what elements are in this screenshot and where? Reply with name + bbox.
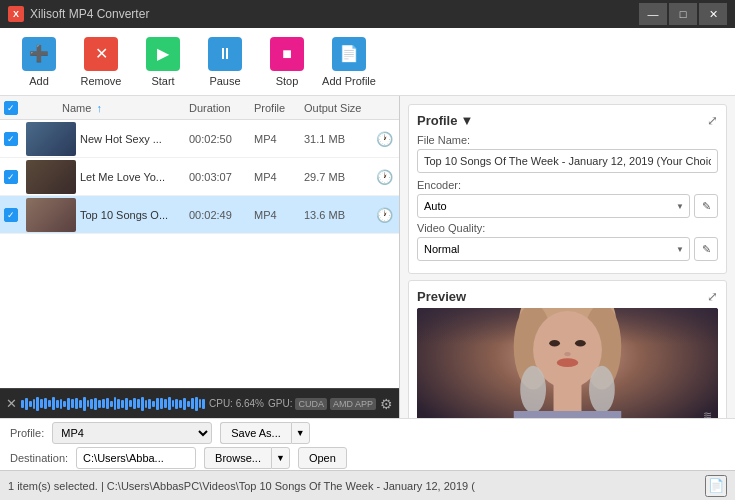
waveform-bar bbox=[48, 400, 51, 407]
waveform-bar bbox=[172, 400, 175, 407]
waveform-bar bbox=[191, 398, 194, 409]
save-as-button[interactable]: Save As... bbox=[220, 422, 291, 444]
encoder-edit-button[interactable]: ✎ bbox=[694, 194, 718, 218]
close-button[interactable]: ✕ bbox=[699, 3, 727, 25]
browse-wrap: Browse... ▼ bbox=[204, 447, 290, 469]
toolbar: ➕ Add ✕ Remove ▶ Start ⏸ Pause ■ Stop 📄 … bbox=[0, 28, 735, 96]
video-quality-label: Video Quality: bbox=[417, 222, 718, 234]
thumbnail-2 bbox=[26, 160, 76, 194]
table-row[interactable]: ✓ New Hot Sexy ... 00:02:50 MP4 31.1 MB … bbox=[0, 120, 399, 158]
preview-video: ≋ ▶ ■ 🔊 00:00:01 / 00:02:49 📷 ⚙ bbox=[417, 308, 718, 418]
profile-1: MP4 bbox=[254, 133, 304, 145]
svg-point-6 bbox=[564, 352, 570, 356]
browse-button[interactable]: Browse... bbox=[204, 447, 271, 469]
window-controls: — □ ✕ bbox=[639, 3, 727, 25]
encoder-dropdown[interactable]: Auto bbox=[417, 194, 690, 218]
svg-point-10 bbox=[589, 366, 615, 413]
output-size-column-header: Output Size bbox=[304, 102, 369, 114]
table-row[interactable]: ✓ Top 10 Songs O... 00:02:49 MP4 13.6 MB… bbox=[0, 196, 399, 234]
file-list: ✓ New Hot Sexy ... 00:02:50 MP4 31.1 MB … bbox=[0, 120, 399, 388]
maximize-button[interactable]: □ bbox=[669, 3, 697, 25]
file-list-header: ✓ Name ↑ Duration Profile Output Size bbox=[0, 96, 399, 120]
waveform-bar bbox=[121, 400, 124, 408]
video-quality-edit-button[interactable]: ✎ bbox=[694, 237, 718, 261]
settings-icon[interactable]: ⚙ bbox=[380, 396, 393, 412]
add-icon: ➕ bbox=[22, 37, 56, 71]
waveform-bar bbox=[199, 399, 202, 408]
profile-dropdown-icon[interactable]: ▼ bbox=[460, 113, 473, 128]
pause-label: Pause bbox=[209, 75, 240, 87]
profile-2: MP4 bbox=[254, 171, 304, 183]
file-name-2: Let Me Love Yo... bbox=[80, 171, 189, 183]
app-icon: X bbox=[8, 6, 24, 22]
row-checkbox-2[interactable]: ✓ bbox=[0, 170, 22, 184]
status-3: 🕐 bbox=[369, 207, 399, 223]
waveform-bar bbox=[110, 401, 113, 407]
waveform-bar bbox=[137, 399, 140, 408]
svg-rect-8 bbox=[554, 384, 582, 411]
preview-expand-icon[interactable]: ⤢ bbox=[707, 289, 718, 304]
table-row[interactable]: ✓ Let Me Love Yo... 00:03:07 MP4 29.7 MB… bbox=[0, 158, 399, 196]
add-profile-label: Add Profile bbox=[322, 75, 376, 87]
waveform-bar bbox=[156, 398, 159, 410]
select-all-checkbox[interactable]: ✓ bbox=[4, 101, 18, 115]
pause-icon: ⏸ bbox=[208, 37, 242, 71]
waveform-bar bbox=[106, 398, 109, 409]
start-label: Start bbox=[151, 75, 174, 87]
waveform-bar bbox=[202, 399, 205, 409]
app-title: Xilisoft MP4 Converter bbox=[30, 7, 639, 21]
output-size-3: 13.6 MB bbox=[304, 209, 369, 221]
sort-arrow-icon: ↑ bbox=[96, 102, 102, 114]
browse-arrow-button[interactable]: ▼ bbox=[271, 447, 290, 469]
waveform-bar bbox=[133, 398, 136, 409]
status-file-icon[interactable]: 📄 bbox=[705, 475, 727, 497]
waveform-bar bbox=[40, 399, 43, 408]
profile-column-header: Profile bbox=[254, 102, 304, 114]
pause-button[interactable]: ⏸ Pause bbox=[196, 33, 254, 91]
video-watermark: ≋ bbox=[703, 409, 712, 418]
preview-title: Preview bbox=[417, 289, 466, 304]
file-name-label: File Name: bbox=[417, 134, 718, 146]
status-1: 🕐 bbox=[369, 131, 399, 147]
duration-1: 00:02:50 bbox=[189, 133, 254, 145]
destination-label: Destination: bbox=[10, 452, 68, 464]
video-quality-row: Normal ✎ bbox=[417, 237, 718, 261]
profile-bottom-row: Profile: MP4 Save As... ▼ bbox=[0, 420, 735, 446]
profile-expand-icon[interactable]: ⤢ bbox=[707, 113, 718, 128]
add-profile-button[interactable]: 📄 Add Profile bbox=[320, 33, 378, 91]
row-checkbox-1[interactable]: ✓ bbox=[0, 132, 22, 146]
profile-bottom-select[interactable]: MP4 bbox=[52, 422, 212, 444]
stop-button[interactable]: ■ Stop bbox=[258, 33, 316, 91]
minimize-button[interactable]: — bbox=[639, 3, 667, 25]
waveform-bar bbox=[87, 400, 90, 407]
destination-input[interactable] bbox=[76, 447, 196, 469]
remove-button[interactable]: ✕ Remove bbox=[72, 33, 130, 91]
output-size-2: 29.7 MB bbox=[304, 171, 369, 183]
open-button[interactable]: Open bbox=[298, 447, 347, 469]
start-button[interactable]: ▶ Start bbox=[134, 33, 192, 91]
row-checkbox-3[interactable]: ✓ bbox=[0, 208, 22, 222]
add-button[interactable]: ➕ Add bbox=[10, 33, 68, 91]
waveform-bar bbox=[71, 399, 74, 408]
waveform-bar bbox=[36, 397, 39, 411]
file-name-1: New Hot Sexy ... bbox=[80, 133, 189, 145]
name-column-header[interactable]: Name ↑ bbox=[22, 102, 189, 114]
waveform-bar bbox=[79, 400, 82, 408]
waveform-bar bbox=[117, 399, 120, 409]
save-as-arrow-button[interactable]: ▼ bbox=[291, 422, 310, 444]
preview-header: Preview ⤢ bbox=[417, 289, 718, 304]
waveform-bar bbox=[25, 398, 28, 410]
profile-title: Profile ▼ bbox=[417, 113, 473, 128]
preview-section: Preview ⤢ bbox=[408, 280, 727, 418]
waveform-bar bbox=[75, 398, 78, 409]
video-quality-dropdown[interactable]: Normal bbox=[417, 237, 690, 261]
bottom-bar: Profile: MP4 Save As... ▼ Destination: B… bbox=[0, 418, 735, 470]
encoder-row: Auto ✎ bbox=[417, 194, 718, 218]
amd-badge: AMD APP bbox=[330, 398, 376, 410]
file-name-input[interactable] bbox=[417, 149, 718, 173]
waveform-bar bbox=[67, 398, 70, 410]
waveform-bar bbox=[141, 397, 144, 411]
profile-settings-panel: Profile ▼ ⤢ File Name: Encoder: Auto ✎ V… bbox=[408, 104, 727, 274]
waveform-close-icon[interactable]: ✕ bbox=[6, 396, 17, 411]
waveform-bar bbox=[60, 399, 63, 409]
